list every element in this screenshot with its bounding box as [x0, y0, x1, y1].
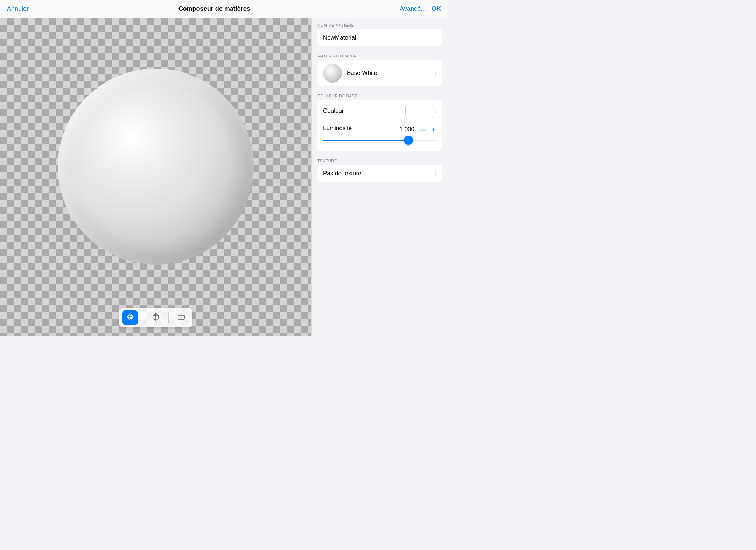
shape-selector	[119, 308, 192, 327]
luminosite-slider[interactable]	[323, 135, 437, 145]
plane-button[interactable]	[174, 310, 189, 325]
luminosite-row: Luminosité 1.000 — ＋	[317, 122, 442, 151]
cancel-button[interactable]: Annuler	[7, 5, 29, 13]
color-swatch	[405, 105, 433, 117]
luminosite-slider-row	[323, 135, 437, 145]
material-name-card	[317, 29, 442, 46]
preview-toolbar	[0, 308, 312, 327]
slider-thumb	[404, 136, 413, 145]
plane-icon	[177, 313, 186, 323]
luminosite-controls: 1.000 — ＋	[399, 126, 437, 133]
texture-label: Pas de texture	[323, 170, 435, 177]
template-card: Base White ›	[317, 60, 442, 86]
header-left: Annuler	[7, 5, 29, 13]
luminosite-label: Luminosité	[323, 125, 352, 132]
template-thumbnail	[323, 64, 342, 83]
cube-button[interactable]	[148, 310, 163, 325]
template-name-label: Base White	[347, 70, 430, 77]
texture-chevron-icon: ›	[435, 170, 437, 177]
template-row[interactable]: Base White ›	[317, 60, 442, 86]
main-content: NOM DE MATIÈRE MATERIAL TEMPLATE Base Wh…	[0, 18, 448, 336]
sphere-button[interactable]	[122, 310, 138, 325]
toolbar-divider-2	[168, 312, 169, 323]
cube-icon	[152, 313, 160, 323]
material-name-section-label: NOM DE MATIÈRE	[312, 18, 448, 29]
slider-track	[323, 140, 437, 141]
template-chevron-icon: ›	[435, 70, 437, 77]
template-section-label: MATERIAL TEMPLATE	[312, 49, 448, 60]
texture-card: Pas de texture ›	[317, 165, 442, 182]
luminosite-value: 1.000	[399, 126, 414, 133]
sphere-icon	[126, 313, 134, 323]
couleur-label: Couleur	[323, 107, 405, 114]
sphere-preview	[58, 69, 254, 265]
page-title: Composeur de matières	[178, 5, 250, 13]
header-right: Avancé... OK	[400, 5, 441, 13]
ok-button[interactable]: OK	[432, 5, 441, 13]
texture-section-label: TEXTURE	[312, 154, 448, 165]
luminosite-minus-button[interactable]: —	[419, 126, 426, 133]
preview-panel	[0, 18, 312, 336]
color-swatch-button[interactable]: ›	[405, 105, 437, 117]
svg-rect-2	[178, 315, 184, 319]
luminosite-plus-button[interactable]: ＋	[430, 126, 437, 133]
base-color-section-label: COULEUR DE BASE	[312, 89, 448, 100]
sphere-container	[0, 18, 312, 336]
material-name-input[interactable]	[317, 29, 442, 46]
couleur-row: Couleur ›	[317, 100, 442, 122]
app-header: Annuler Composeur de matières Avancé... …	[0, 0, 448, 18]
advanced-button[interactable]: Avancé...	[400, 5, 426, 13]
toolbar-divider	[143, 312, 143, 323]
right-panel: NOM DE MATIÈRE MATERIAL TEMPLATE Base Wh…	[312, 18, 448, 336]
luminosite-header: Luminosité 1.000 — ＋	[323, 125, 437, 134]
base-color-card: Couleur › Luminosité 1.000 — ＋	[317, 100, 442, 151]
color-chevron-icon: ›	[435, 107, 437, 115]
texture-row[interactable]: Pas de texture ›	[317, 165, 442, 182]
slider-fill	[323, 140, 408, 141]
